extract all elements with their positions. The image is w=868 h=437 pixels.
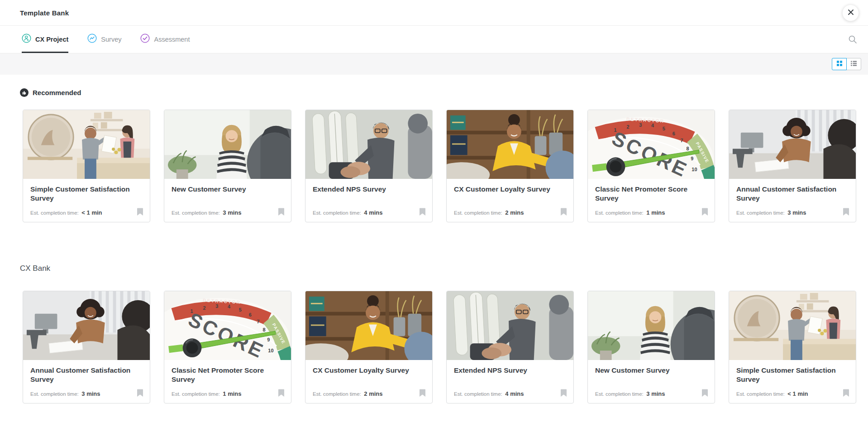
completion-time: Est. completion time: < 1 min — [30, 209, 102, 216]
svg-text:2: 2 — [203, 305, 205, 311]
bookmark-icon[interactable] — [560, 207, 567, 216]
search-icon — [848, 38, 857, 45]
template-title: Extended NPS Survey — [313, 185, 426, 194]
line-chart-icon — [87, 34, 97, 45]
svg-text:9: 9 — [691, 156, 693, 161]
bookmark-icon[interactable] — [843, 389, 849, 397]
bookmark-icon[interactable] — [278, 207, 285, 216]
template-card[interactable]: Extended NPS Survey Est. completion time… — [446, 291, 574, 403]
card-meta: Est. completion time: 2 mins — [313, 389, 426, 397]
section-title: Recommended — [33, 89, 81, 96]
completion-time: Est. completion time: 2 mins — [313, 390, 383, 397]
svg-text:5: 5 — [239, 307, 242, 312]
section-title: CX Bank — [20, 264, 50, 273]
view-toolbar — [0, 53, 868, 75]
section-header: CX Bank — [20, 264, 868, 273]
card-meta: Est. completion time: 3 mins — [736, 207, 849, 216]
section-cx-bank: CX Bank Annual Customer Satisfaction Sur… — [0, 264, 868, 403]
thumbnail-yellow-jacket-woman — [305, 291, 432, 360]
completion-time: Est. completion time: 3 mins — [172, 209, 242, 216]
thumbnail-handshake-surfboards — [447, 291, 573, 360]
card-meta: Est. completion time: 4 mins — [313, 207, 426, 216]
close-icon — [847, 9, 854, 18]
section-header: Recommended — [20, 88, 868, 97]
list-view-icon — [850, 60, 857, 68]
card-meta: Est. completion time: 4 mins — [454, 389, 567, 397]
completion-time: Est. completion time: 3 mins — [30, 390, 100, 397]
template-title: New Customer Survey — [172, 185, 285, 194]
template-card[interactable]: DETRACTORPASSIVE12345678910SCORE Classic… — [164, 291, 291, 403]
section-recommended: Recommended Simple Customer Satisfaction… — [0, 88, 868, 222]
svg-text:7: 7 — [257, 319, 260, 324]
close-button[interactable] — [842, 5, 859, 21]
template-title: Simple Customer Satisfaction Survey — [30, 185, 143, 203]
completion-time: Est. completion time: 1 mins — [172, 390, 242, 397]
bookmark-icon[interactable] — [278, 389, 285, 397]
template-title: New Customer Survey — [595, 366, 708, 375]
thumbnail-score-gauge: DETRACTORPASSIVE12345678910SCORE — [588, 110, 715, 179]
svg-text:5: 5 — [663, 126, 665, 131]
card-grid: Simple Customer Satisfaction Survey Est.… — [0, 110, 868, 222]
grid-view-button[interactable] — [832, 58, 847, 70]
thumbnail-yellow-jacket-woman — [447, 110, 573, 179]
bookmark-icon[interactable] — [137, 207, 143, 216]
svg-text:2: 2 — [626, 124, 629, 130]
person-badge-icon — [22, 34, 31, 45]
bookmark-icon[interactable] — [701, 389, 708, 397]
card-body: Annual Customer Satisfaction Survey Est.… — [729, 179, 856, 222]
thumbnail-score-gauge: DETRACTORPASSIVE12345678910SCORE — [164, 291, 291, 360]
template-title: Classic Net Promoter Score Survey — [172, 366, 285, 384]
check-circle-icon — [140, 34, 150, 45]
card-body: Extended NPS Survey Est. completion time… — [447, 360, 573, 403]
tab-label: CX Project — [35, 36, 68, 43]
tab-survey[interactable]: Survey — [87, 26, 121, 53]
bookmark-icon[interactable] — [137, 389, 143, 397]
svg-text:7: 7 — [681, 138, 683, 143]
card-body: CX Customer Loyalty Survey Est. completi… — [447, 179, 573, 222]
tab-label: Assessment — [154, 36, 190, 43]
template-card[interactable]: CX Customer Loyalty Survey Est. completi… — [446, 110, 574, 222]
template-card[interactable]: Simple Customer Satisfaction Survey Est.… — [23, 110, 150, 222]
bookmark-icon[interactable] — [419, 389, 426, 397]
completion-time: Est. completion time: 2 mins — [454, 209, 524, 216]
template-card[interactable]: New Customer Survey Est. completion time… — [164, 110, 291, 222]
card-body: Simple Customer Satisfaction Survey Est.… — [729, 360, 856, 403]
search-button[interactable] — [848, 35, 857, 46]
page-title: Template Bank — [20, 9, 69, 17]
svg-text:4: 4 — [228, 304, 230, 309]
thumbnail-handshake-surfboards — [305, 110, 432, 179]
card-body: New Customer Survey Est. completion time… — [588, 360, 715, 403]
card-body: Extended NPS Survey Est. completion time… — [305, 179, 432, 222]
svg-text:9: 9 — [267, 337, 270, 342]
template-card[interactable]: DETRACTORPASSIVE12345678910SCORE Classic… — [587, 110, 715, 222]
template-card[interactable]: Annual Customer Satisfaction Survey Est.… — [23, 291, 150, 403]
template-card[interactable]: Simple Customer Satisfaction Survey Est.… — [729, 291, 856, 403]
tab-label: Survey — [101, 36, 121, 43]
completion-time: Est. completion time: 4 mins — [313, 209, 383, 216]
template-title: CX Customer Loyalty Survey — [454, 185, 567, 194]
svg-text:8: 8 — [686, 146, 689, 151]
completion-time: Est. completion time: 4 mins — [454, 390, 524, 397]
svg-text:3: 3 — [215, 303, 218, 309]
thumbnail-striped-shirt-woman — [588, 291, 715, 360]
completion-time: Est. completion time: < 1 min — [736, 390, 808, 397]
template-card[interactable]: Annual Customer Satisfaction Survey Est.… — [729, 110, 856, 222]
card-body: New Customer Survey Est. completion time… — [164, 179, 291, 222]
template-card[interactable]: CX Customer Loyalty Survey Est. completi… — [305, 291, 433, 403]
bookmark-icon[interactable] — [419, 207, 426, 216]
svg-text:3: 3 — [639, 122, 642, 128]
bookmark-icon[interactable] — [843, 207, 849, 216]
template-title: Extended NPS Survey — [454, 366, 567, 375]
list-view-button[interactable] — [846, 58, 861, 70]
card-meta: Est. completion time: 3 mins — [595, 389, 708, 397]
svg-text:10: 10 — [692, 167, 697, 172]
thumbnail-retail-shop — [729, 291, 856, 360]
tab-cx-project[interactable]: CX Project — [22, 26, 68, 53]
bookmark-icon[interactable] — [560, 389, 567, 397]
thumbnail-retail-shop — [23, 110, 150, 179]
bookmark-icon[interactable] — [701, 207, 708, 216]
completion-time: Est. completion time: 3 mins — [595, 390, 665, 397]
tab-assessment[interactable]: Assessment — [140, 26, 190, 53]
template-card[interactable]: Extended NPS Survey Est. completion time… — [305, 110, 433, 222]
template-card[interactable]: New Customer Survey Est. completion time… — [587, 291, 715, 403]
